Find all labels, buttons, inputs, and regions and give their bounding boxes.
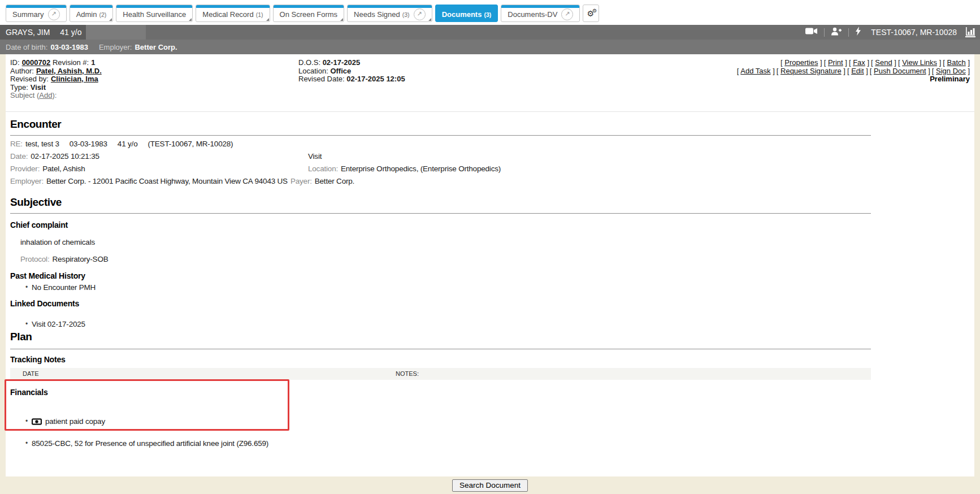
type-value: Visit — [31, 83, 46, 92]
revised-by-label: Revised by: — [10, 75, 49, 83]
popout-icon[interactable]: ↗ — [414, 8, 426, 20]
dob-value: 03-03-1983 — [50, 43, 88, 51]
revised-date-label: Revised Date: — [298, 75, 345, 83]
search-document-button[interactable]: Search Document — [452, 479, 528, 492]
lightning-bolt-icon[interactable] — [855, 27, 861, 38]
tab-count-badge: (3) — [402, 11, 410, 18]
linked-document-item: Visit 02-17-2025 — [25, 320, 980, 328]
date-column-header: DATE — [23, 368, 39, 380]
divider — [824, 28, 825, 37]
batch-link[interactable]: Batch — [947, 58, 966, 67]
payer-label: Payer: — [290, 177, 312, 185]
employer-label: Employer: — [99, 43, 132, 51]
tab-label: Needs Signed — [354, 10, 400, 19]
properties-link[interactable]: Properties — [784, 58, 818, 67]
gears-icon-small: ⚙ — [592, 8, 595, 14]
enc-employer-value: Better Corp. - 12001 Pacific Coast Highw… — [46, 177, 288, 185]
author-link[interactable]: Patel, Ashish, M.D. — [36, 67, 102, 75]
encounter-heading: Encounter — [10, 118, 61, 131]
popout-icon[interactable]: ↗ — [48, 8, 60, 20]
sign-doc-link[interactable]: Sign Doc — [936, 67, 966, 75]
tab-documents-dv[interactable]: Documents-DV↗ — [501, 5, 580, 22]
re-label: RE: — [10, 140, 23, 148]
tab-label: On Screen Forms — [280, 10, 338, 19]
tab-documents[interactable]: Documents(3) — [435, 5, 498, 22]
page-margin-right — [974, 54, 980, 494]
linked-documents-heading: Linked Documents — [10, 299, 79, 308]
tab-label: Admin — [76, 10, 97, 19]
protocol-row: Protocol:Respiratory-SOB — [20, 255, 109, 263]
patient-age: 41 y/o — [60, 28, 81, 37]
protocol-label: Protocol: — [20, 255, 49, 263]
popout-icon[interactable]: ↗ — [561, 8, 573, 20]
doc-meta-middle: D.O.S: 02-17-2025 Location: Office Revis… — [298, 59, 405, 84]
notes-column-header: NOTES: — [396, 368, 419, 380]
section-rule — [10, 349, 871, 349]
dos-value: 02-17-2025 — [323, 58, 361, 67]
header-separator — [6, 111, 974, 112]
tab-admin[interactable]: Admin(2) — [70, 5, 114, 22]
financials-item-text: patient paid copay — [45, 417, 105, 426]
re-name: test, test 3 — [25, 140, 59, 148]
location-label: Location: — [298, 67, 328, 75]
tab-summary[interactable]: Summary↗ — [6, 5, 67, 22]
push-document-link[interactable]: Push Document — [874, 67, 926, 75]
print-link[interactable]: Print — [828, 58, 843, 67]
date-value: 02-17-2025 10:21:35 — [31, 152, 99, 161]
doc-actions-row2: Add TaskRequest SignatureEditPush Docume… — [735, 67, 970, 76]
money-icon — [32, 418, 42, 427]
doc-id-link[interactable]: 0000702 — [22, 58, 51, 67]
tab-settings-button[interactable]: ⚙⚙ — [583, 5, 599, 22]
subject-label: Subject ( — [10, 91, 39, 99]
revision-value: 1 — [91, 58, 95, 67]
gears-icon: ⚙ — [587, 9, 592, 18]
tab-on-screen-forms[interactable]: On Screen Forms — [273, 5, 345, 22]
add-task-link[interactable]: Add Task — [740, 67, 770, 75]
financials-item: patient paid copay — [25, 417, 980, 427]
revised-date-value: 02-17-2025 12:05 — [346, 75, 405, 83]
tracking-notes-heading: Tracking Notes — [10, 355, 66, 364]
tab-health-surveillance[interactable]: Health Surveillance — [116, 5, 193, 22]
doc-actions: PropertiesPrintFaxSendView LinksBatch Ad… — [735, 59, 970, 84]
provider-value: Patel, Ashish — [42, 164, 85, 173]
request-signature-link[interactable]: Request Signature — [780, 67, 842, 75]
type-label: Type: — [10, 83, 28, 92]
tab-needs-signed[interactable]: Needs Signed(3)↗ — [347, 5, 432, 22]
bar-chart-icon[interactable] — [965, 27, 975, 37]
location-value: Office — [330, 67, 351, 75]
tracking-notes-header-row: DATE NOTES: — [10, 368, 871, 380]
pmh-item: No Encounter PMH — [25, 283, 980, 292]
video-camera-icon[interactable] — [805, 27, 818, 37]
encounter-date-row: Date:02-17-2025 10:21:35 Visit — [10, 152, 875, 161]
protocol-value: Respiratory-SOB — [52, 255, 108, 263]
visit-type: Visit — [308, 152, 322, 161]
section-rule — [10, 213, 871, 214]
subject-add-link[interactable]: Add — [39, 91, 52, 99]
plan-heading: Plan — [10, 331, 32, 343]
view-links-link[interactable]: View Links — [902, 58, 937, 67]
section-rule — [10, 135, 871, 136]
tab-medical-record[interactable]: Medical Record(1) — [196, 5, 270, 22]
author-label: Author: — [10, 67, 34, 75]
chief-complaint-text: inhalation of chemicals — [20, 238, 95, 246]
re-age: 41 y/o — [118, 140, 138, 148]
enc-employer-label: Employer: — [10, 177, 44, 185]
tab-count-badge: (3) — [484, 11, 491, 18]
re-ids: (TEST-10067, MR-10028) — [148, 140, 233, 148]
dob-label: Date of birth: — [6, 43, 47, 51]
financials-heading: Financials — [10, 388, 47, 397]
send-link[interactable]: Send — [875, 58, 892, 67]
encounter-re-line: RE:test, test 303-03-198341 y/o(TEST-100… — [10, 140, 875, 148]
ehr-document-page: Summary↗ Admin(2) Health Surveillance Me… — [0, 0, 980, 494]
edit-link[interactable]: Edit — [851, 67, 864, 75]
patient-name: GRAYS, JIM — [6, 28, 50, 37]
fax-link[interactable]: Fax — [853, 58, 865, 67]
divider — [848, 28, 849, 37]
add-person-icon[interactable] — [831, 27, 842, 38]
tab-label: Documents — [442, 10, 482, 19]
encounter-employer-row: Employer:Better Corp. - 12001 Pacific Co… — [10, 177, 875, 185]
patient-name-segment: GRAYS, JIM41 y/o — [0, 25, 86, 40]
enc-location-value: Enterprise Orthopedics, (Enterprise Orth… — [341, 164, 501, 173]
tab-count-badge: (1) — [256, 11, 263, 18]
revised-by-link[interactable]: Clinician, Ima — [51, 75, 98, 83]
